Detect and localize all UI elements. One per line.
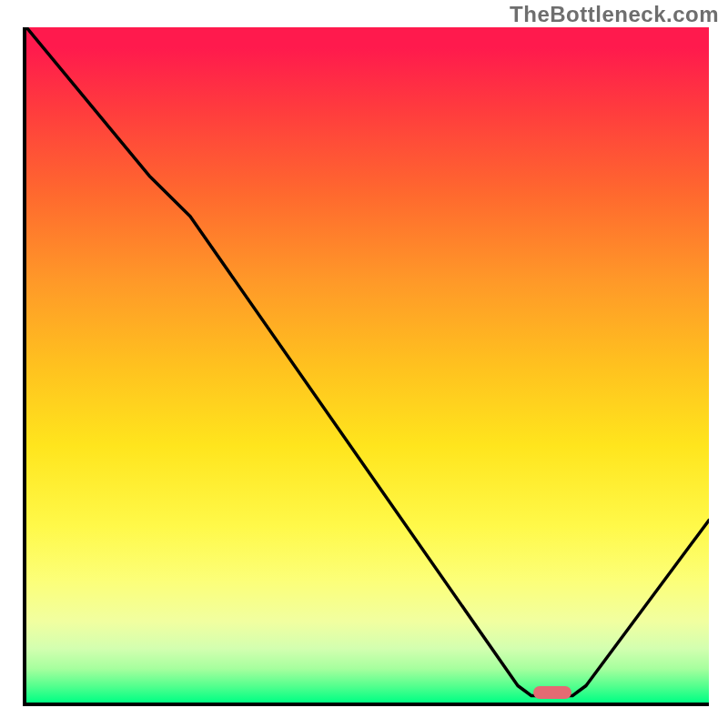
plot-area xyxy=(23,27,709,706)
curve-path xyxy=(26,27,709,696)
chart-container: TheBottleneck.com xyxy=(0,0,728,728)
optimum-marker xyxy=(533,686,571,699)
watermark-text: TheBottleneck.com xyxy=(510,2,719,27)
curve-svg xyxy=(26,27,709,703)
